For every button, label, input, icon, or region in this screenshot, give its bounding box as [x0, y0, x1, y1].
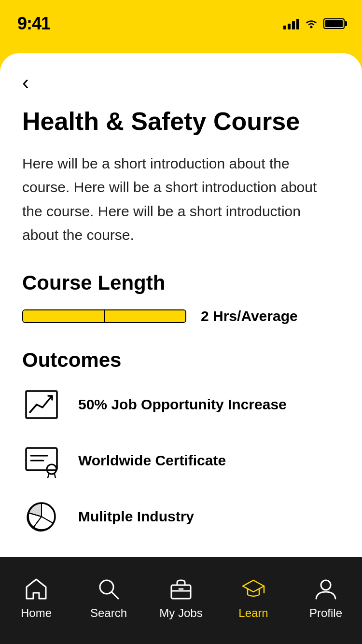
- course-length-bar: 2 Hrs/Average: [22, 308, 340, 324]
- progress-segment-1: [23, 310, 104, 322]
- svg-rect-11: [171, 585, 191, 599]
- signal-icon: [283, 18, 299, 29]
- nav-item-learn[interactable]: Learn: [217, 576, 290, 620]
- status-icons: [283, 18, 345, 29]
- briefcase-icon: [168, 576, 194, 602]
- nav-label-profile: Profile: [309, 606, 342, 620]
- outcome-text-industry: Mulitple Industry: [78, 508, 194, 525]
- nav-item-myjobs[interactable]: My Jobs: [145, 576, 217, 620]
- course-length-value: 2 Hrs/Average: [201, 308, 298, 324]
- certificate-icon: [22, 441, 61, 480]
- wifi-icon: [304, 18, 319, 29]
- course-intro: Here will be a short introduction about …: [22, 152, 340, 247]
- svg-rect-2: [26, 448, 57, 470]
- outcomes-label: Outcomes: [22, 349, 340, 372]
- outcome-item-job: 50% Job Opportunity Increase: [22, 385, 340, 424]
- outcome-item-cert: Worldwide Certificate: [22, 441, 340, 480]
- svg-line-6: [48, 474, 49, 478]
- profile-icon: [313, 576, 338, 602]
- status-bar: 9:41: [0, 0, 362, 42]
- nav-label-home: Home: [21, 606, 52, 620]
- nav-label-search: Search: [90, 606, 127, 620]
- pie-chart-icon: [22, 497, 61, 536]
- nav-label-myjobs: My Jobs: [159, 606, 202, 620]
- chart-up-icon: [22, 385, 61, 424]
- bottom-nav: Home Search My Jobs Learn: [0, 557, 362, 644]
- progress-bar: [22, 309, 186, 323]
- back-button[interactable]: ‹: [22, 72, 29, 93]
- nav-label-learn: Learn: [238, 606, 268, 620]
- svg-point-0: [310, 26, 313, 28]
- search-icon: [96, 576, 121, 602]
- outcomes-list: 50% Job Opportunity Increase Worldwide C…: [22, 385, 340, 536]
- nav-item-home[interactable]: Home: [0, 576, 72, 620]
- status-time: 9:41: [17, 14, 50, 34]
- nav-item-profile[interactable]: Profile: [290, 576, 362, 620]
- content-card: ‹ Health & Safety Course Here will be a …: [0, 53, 362, 557]
- outcome-item-industry: Mulitple Industry: [22, 497, 340, 536]
- battery-icon: [323, 18, 345, 29]
- learn-icon: [241, 576, 266, 602]
- svg-line-10: [111, 592, 118, 599]
- svg-line-7: [55, 474, 56, 478]
- outcome-text-job: 50% Job Opportunity Increase: [78, 396, 287, 413]
- course-length-label: Course Length: [22, 271, 340, 294]
- svg-point-16: [321, 580, 331, 590]
- svg-point-5: [47, 464, 56, 474]
- progress-segment-2: [104, 310, 185, 322]
- outcome-text-cert: Worldwide Certificate: [78, 452, 226, 469]
- svg-marker-14: [243, 580, 264, 592]
- course-title: Health & Safety Course: [22, 107, 340, 136]
- nav-item-search[interactable]: Search: [72, 576, 145, 620]
- home-icon: [24, 576, 49, 602]
